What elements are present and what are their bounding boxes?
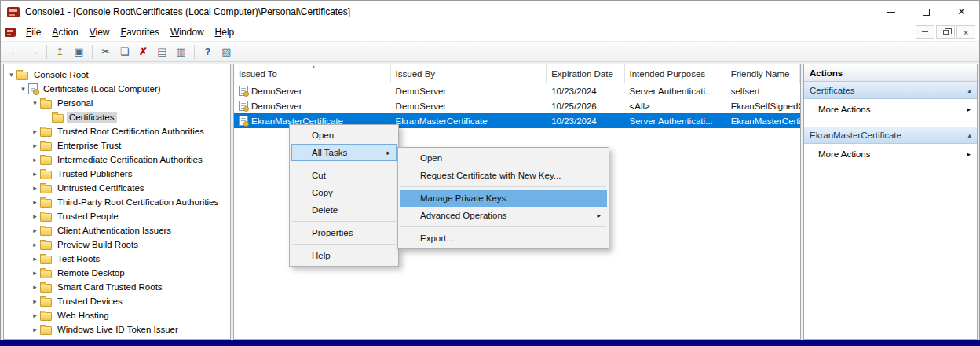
folder-icon [40,312,52,321]
menu-item-delete[interactable]: Delete [291,201,397,219]
cell-intended-purposes: Server Authenticati... [625,83,726,98]
expand-icon[interactable]: ▸ [30,156,40,164]
tree-item-certificates[interactable]: Certificates [4,110,230,124]
tree-item-remote-desktop[interactable]: ▸Remote Desktop [4,266,230,280]
tree-item-intermediate-certification-authorities[interactable]: ▸Intermediate Certification Authorities [4,153,230,167]
expand-icon[interactable]: ▸ [30,283,40,291]
back-button[interactable]: ← [5,43,24,61]
menu-item-manage-private-keys[interactable]: Manage Private Keys... [400,190,607,207]
export-list-button[interactable]: ▥ [172,43,190,61]
menu-file[interactable]: File [20,24,46,40]
tree-item-test-roots[interactable]: ▸Test Roots [4,252,230,266]
collapse-icon[interactable]: ▾ [30,99,40,107]
menu-item-request-certificate-with-new-key[interactable]: Request Certificate with New Key... [400,167,607,184]
close-button[interactable] [944,1,979,23]
show-action-pane-icon: ▨ [221,46,231,57]
child-minimize-icon [922,31,928,32]
column-header-expiration-date[interactable]: Expiration Date [547,64,624,83]
actions-section-header-certificates[interactable]: Certificates▴ [804,82,977,99]
expand-icon[interactable]: ▸ [30,127,40,135]
expand-icon[interactable]: ▸ [30,184,40,192]
menu-item-properties[interactable]: Properties [291,224,397,241]
column-header-friendly-name[interactable]: Friendly Name [726,64,800,83]
help-button[interactable]: ? [199,43,217,61]
tree-item-label: Trusted Root Certification Authorities [55,126,207,137]
certificate-row-demoserver[interactable]: DemoServerDemoServer10/25/2026<All>Ekran… [234,98,800,113]
expand-icon[interactable]: ▸ [30,297,40,305]
tree-item-windows-live-id-token-issuer[interactable]: ▸Windows Live ID Token Issuer [4,322,230,337]
menu-item-label: Open [420,153,442,163]
column-header-issued-to[interactable]: Issued To▴ [234,64,391,83]
tree-item-client-authentication-issuers[interactable]: ▸Client Authentication Issuers [4,223,230,237]
tree-item-trusted-publishers[interactable]: ▸Trusted Publishers [4,167,230,181]
tree-item-console-root[interactable]: ▾Console Root [4,68,230,82]
expand-icon[interactable]: ▸ [30,226,40,234]
expand-icon[interactable]: ▸ [30,142,40,149]
tree-item-web-hosting[interactable]: ▸Web Hosting [4,308,230,322]
tree-item-personal[interactable]: ▾Personal [4,96,230,110]
expand-icon[interactable]: ▸ [30,241,40,248]
tree-item-preview-build-roots[interactable]: ▸Preview Build Roots [4,237,230,252]
delete-button[interactable]: ✗ [134,43,152,61]
child-restore-button[interactable] [936,25,955,39]
action-item-more-actions[interactable]: More Actions▸ [804,144,977,164]
tree-item-untrusted-certificates[interactable]: ▸Untrusted Certificates [4,181,230,195]
show-console-tree-button[interactable]: ▣ [70,43,88,61]
tree-item-label: Untrusted Certificates [55,182,147,193]
child-close-button[interactable] [956,25,975,39]
tree-item-trusted-root-certification-authorities[interactable]: ▸Trusted Root Certification Authorities [4,124,230,138]
minimize-button[interactable] [873,1,909,23]
tree-item-smart-card-trusted-roots[interactable]: ▸Smart Card Trusted Roots [4,280,230,294]
forward-button[interactable]: → [24,43,42,61]
menu-item-advanced-operations[interactable]: Advanced Operations▸ [400,207,607,224]
action-item-more-actions[interactable]: More Actions▸ [804,99,977,120]
menu-help[interactable]: Help [210,24,240,40]
menu-item-open[interactable]: Open [400,149,607,167]
menu-item-label: Open [312,131,334,140]
tree-item-third-party-root-certification-authorities[interactable]: ▸Third-Party Root Certification Authorit… [4,195,230,209]
menu-window[interactable]: Window [165,24,210,40]
expand-icon[interactable]: ▸ [30,212,40,220]
tree-item-trusted-devices[interactable]: ▸Trusted Devices [4,294,230,308]
expand-icon[interactable]: ▸ [30,198,40,206]
tree-item-enterprise-trust[interactable]: ▸Enterprise Trust [4,138,230,153]
menu-favorites[interactable]: Favorites [115,24,165,40]
collapse-icon[interactable]: ▾ [18,85,28,93]
menu-view[interactable]: View [84,24,115,40]
menu-item-cut[interactable]: Cut [291,167,397,184]
actions-section-header-ekranmastercertificate[interactable]: EkranMasterCertificate▴ [804,127,977,144]
collapse-icon[interactable]: ▾ [6,71,16,79]
column-header-intended-purposes[interactable]: Intended Purposes [625,64,726,83]
up-one-level-button[interactable]: ↥ [51,43,69,61]
menu-item-all-tasks[interactable]: All Tasks▸ [291,144,397,161]
collapse-section-icon[interactable]: ▴ [967,131,971,139]
column-header-issued-by[interactable]: Issued By [391,64,547,83]
expand-icon[interactable]: ▸ [30,269,40,277]
menu-item-export[interactable]: Export... [400,230,607,247]
tree-item-trusted-people[interactable]: ▸Trusted People [4,209,230,223]
maximize-button[interactable] [909,1,944,23]
menu-item-copy[interactable]: Copy [291,184,397,201]
expand-icon[interactable]: ▸ [30,170,40,178]
show-action-pane-button[interactable]: ▨ [218,43,236,61]
child-minimize-button[interactable] [916,25,934,39]
actions-pane: Actions Certificates▴More Actions▸EkranM… [803,64,978,340]
tree-item-label: Trusted Publishers [55,168,134,179]
menu-item-label: Advanced Operations [420,211,507,220]
collapse-section-icon[interactable]: ▴ [967,86,971,94]
certstore-icon [28,83,38,94]
expand-icon[interactable]: ▸ [30,326,40,333]
back-icon: ← [9,46,20,57]
certificate-row-demoserver[interactable]: DemoServerDemoServer10/23/2024Server Aut… [234,83,800,98]
properties-button[interactable]: ▤ [153,43,171,61]
toolbar-separator [46,45,47,59]
menu-item-help[interactable]: Help [291,247,397,264]
menu-action[interactable]: Action [46,24,83,40]
menu-item-open[interactable]: Open [291,127,397,144]
cut-button[interactable]: ✂ [97,43,115,61]
expand-icon[interactable]: ▸ [30,311,40,319]
tree-item-certificates-local-computer[interactable]: ▾Certificates (Local Computer) [4,82,230,96]
expand-icon[interactable]: ▸ [30,255,40,263]
menu-item-label: Copy [312,188,333,197]
copy-button[interactable]: ❏ [115,43,133,61]
